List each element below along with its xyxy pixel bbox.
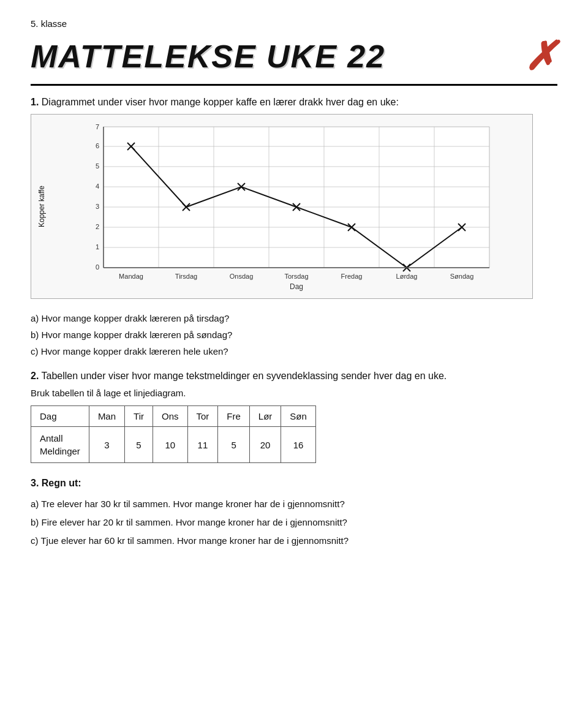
svg-text:7: 7 [96,123,99,130]
q3-sub-c: c) Tjue elever har 60 kr til sammen. Hvo… [31,532,557,550]
table-cell-fre: 5 [218,427,250,463]
table-header-son: Søn [281,406,316,427]
table-cell-son: 16 [281,427,316,463]
line-chart: 0 1 2 3 4 5 6 7 Mandag Tirsdag Onsdag To… [48,121,520,292]
question-2-number: 2. [31,371,39,381]
table-header-tor: Tor [187,406,218,427]
svg-text:0: 0 [96,263,99,271]
question-1: 1. Diagrammet under viser hvor mange kop… [31,97,557,360]
svg-text:1: 1 [96,243,99,251]
chart-container: Kopper kaffe [31,114,533,299]
question-1-number: 1. [31,97,39,107]
class-label: 5. klasse [31,18,557,29]
table-header-lor: Lør [249,406,281,427]
question-1-subquestions: a) Hvor mange kopper drakk læreren på ti… [31,310,557,360]
svg-text:Søndag: Søndag [450,273,474,280]
svg-text:5: 5 [96,162,99,170]
table-header-fre: Fre [218,406,250,427]
question-2: 2. Tabellen under viser hvor mange tekst… [31,371,557,463]
svg-text:Lørdag: Lørdag [396,273,418,280]
chart-inner: 0 1 2 3 4 5 6 7 Mandag Tirsdag Onsdag To… [48,121,520,292]
svg-text:6: 6 [96,142,99,149]
svg-text:4: 4 [96,183,99,190]
question-3-text: 3. Regn ut: [31,478,557,489]
q1-sub-b: b) Hvor mange kopper drakk læreren på sø… [31,326,557,343]
svg-text:Torsdag: Torsdag [284,273,308,280]
table-row-label: AntallMeldinger [31,427,89,463]
svg-text:Onsdag: Onsdag [230,273,254,280]
q1-sub-a: a) Hvor mange kopper drakk læreren på ti… [31,310,557,326]
title-area: MATTELEKSE UKE 22 ✗ [31,34,557,86]
svg-text:3: 3 [96,203,99,210]
svg-text:Dag: Dag [290,282,303,291]
table-header-ons: Ons [153,406,188,427]
svg-rect-0 [104,127,489,268]
table-cell-ons: 10 [153,427,188,463]
table-header-man: Man [89,406,124,427]
table-header-tir: Tir [125,406,153,427]
q3-sub-b: b) Fire elever har 20 kr til sammen. Hvo… [31,513,557,532]
q3-sub-a: a) Tre elever har 30 kr til sammen. Hvor… [31,495,557,513]
question-2-subtitle: Bruk tabellen til å lage et linjediagram… [31,388,557,398]
question-3-subquestions: a) Tre elever har 30 kr til sammen. Hvor… [31,495,557,550]
question-3: 3. Regn ut: a) Tre elever har 30 kr til … [31,478,557,550]
table-header-dag: Dag [31,406,89,427]
data-table: Dag Man Tir Ons Tor Fre Lør Søn AntallMe… [31,405,316,463]
svg-text:2: 2 [96,223,99,230]
q1-sub-c: c) Hvor mange kopper drakk læreren hele … [31,343,557,360]
table-cell-tor: 11 [187,427,218,463]
table-cell-man: 3 [89,427,124,463]
svg-text:Mandag: Mandag [119,273,143,280]
question-3-number: 3. [31,478,39,488]
y-axis-label: Kopper kaffe [37,121,46,292]
question-1-text: 1. Diagrammet under viser hvor mange kop… [31,97,557,108]
table-header-row: Dag Man Tir Ons Tor Fre Lør Søn [31,406,316,427]
title-icon: ✗ [524,34,557,79]
svg-text:Fredag: Fredag [341,273,363,280]
table-cell-tir: 5 [125,427,153,463]
table-cell-lor: 20 [249,427,281,463]
svg-text:Tirsdag: Tirsdag [175,273,197,280]
question-2-text: 2. Tabellen under viser hvor mange tekst… [31,371,557,382]
page-title: MATTELEKSE UKE 22 [31,38,518,75]
table-data-row: AntallMeldinger 3 5 10 11 5 20 16 [31,427,316,463]
